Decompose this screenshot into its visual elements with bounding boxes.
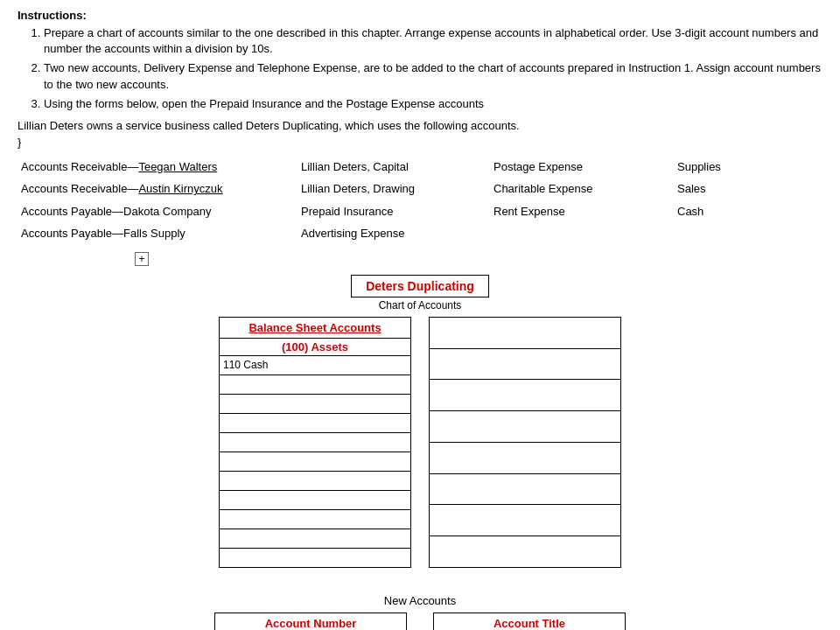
cursor-line: } <box>18 136 822 149</box>
account-cell: Advertising Expense <box>298 222 490 245</box>
account-cell: Charitable Expense <box>490 178 674 200</box>
income-expense-row[interactable] <box>430 348 621 380</box>
balance-sheet-header: Balance Sheet Accounts <box>220 317 411 338</box>
new-accounts-row: Account Number Account Title ◢ <box>214 612 626 630</box>
account-title-header: Account Title <box>434 612 626 630</box>
account-cell: Prepaid Insurance <box>298 200 490 223</box>
balance-sheet-row[interactable] <box>220 509 411 528</box>
accounts-grid: Accounts Receivable—Teegan Walters Lilli… <box>18 156 822 245</box>
account-cell: Rent Expense <box>490 200 674 223</box>
income-expense-row[interactable] <box>430 536 621 568</box>
income-expense-row[interactable] <box>430 442 621 473</box>
income-expense-row[interactable] <box>430 380 621 411</box>
instructions-header: Instructions: <box>18 9 822 22</box>
instructions-section: Instructions: Prepare a chart of account… <box>18 9 822 112</box>
income-expense-row[interactable] <box>430 505 621 536</box>
account-title-table: Account Title ◢ <box>433 612 626 630</box>
balance-sheet-row[interactable] <box>220 413 411 432</box>
account-cell: Sales <box>674 178 779 200</box>
balance-sheet-table: Balance Sheet Accounts (100) Assets 110 … <box>219 317 411 568</box>
account-cell <box>674 222 779 245</box>
balance-sheet-row[interactable] <box>220 374 411 394</box>
account-cell: Accounts Payable—Dakota Company <box>18 200 298 223</box>
instruction-1: Prepare a chart of accounts similar to t… <box>44 25 822 57</box>
chart-company-name: Deters Duplicating <box>351 275 489 298</box>
chart-subtitle: Chart of Accounts <box>379 299 462 312</box>
account-number-table: Account Number <box>214 612 407 630</box>
balance-sheet-row[interactable] <box>220 528 411 548</box>
account-cell: Accounts Payable—Falls Supply <box>18 222 298 245</box>
balance-sheet-row[interactable] <box>220 394 411 413</box>
chart-of-accounts-section: Deters Duplicating Chart of Accounts Bal… <box>18 275 822 630</box>
underline-name: Teegan Walters <box>138 160 217 173</box>
account-cell: Lillian Deters, Capital <box>298 156 490 178</box>
account-cell <box>490 222 674 245</box>
balance-sheet-subheader: (100) Assets <box>220 338 411 355</box>
instruction-3: Using the forms below, open the Prepaid … <box>44 96 822 112</box>
underline-name: Austin Kirnyczuk <box>138 182 222 195</box>
income-expense-row[interactable] <box>430 473 621 505</box>
instruction-2: Two new accounts, Delivery Expense and T… <box>44 60 822 92</box>
balance-sheet-row[interactable] <box>220 548 411 567</box>
account-number-header: Account Number <box>215 612 407 630</box>
account-cell: Accounts Receivable—Teegan Walters <box>18 156 298 178</box>
income-expense-row[interactable] <box>430 317 621 348</box>
expand-button[interactable]: + <box>131 252 822 266</box>
account-cell: Accounts Receivable—Austin Kirnyczuk <box>18 178 298 200</box>
chart-tables-row: Balance Sheet Accounts (100) Assets 110 … <box>18 317 822 568</box>
account-cell: Postage Expense <box>490 156 674 178</box>
balance-sheet-row[interactable] <box>220 471 411 490</box>
new-accounts-section: New Accounts Account Number Account Titl… <box>214 594 626 630</box>
balance-sheet-row[interactable] <box>220 490 411 509</box>
account-cell: Cash <box>674 200 779 223</box>
balance-sheet-row[interactable] <box>220 432 411 452</box>
income-expense-row[interactable] <box>430 411 621 443</box>
balance-sheet-row[interactable] <box>220 452 411 471</box>
account-cell: Lillian Deters, Drawing <box>298 178 490 200</box>
balance-sheet-first-entry: 110 Cash <box>220 355 411 374</box>
intro-text: Lillian Deters owns a service business c… <box>18 119 822 132</box>
account-cell: Supplies <box>674 156 779 178</box>
new-accounts-title: New Accounts <box>384 594 456 607</box>
income-expense-table <box>429 317 621 568</box>
